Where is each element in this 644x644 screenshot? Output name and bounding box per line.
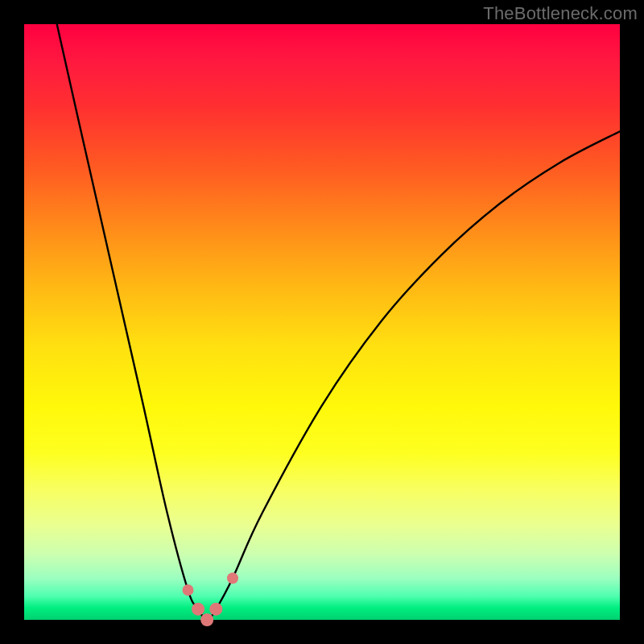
curve-marker [200, 613, 213, 626]
curve-marker [183, 584, 194, 596]
curve-marker [227, 572, 238, 584]
bottleneck-curve [57, 24, 620, 620]
page-frame: TheBottleneck.com [0, 0, 644, 644]
curve-marker [192, 603, 204, 616]
gradient-plot-area [24, 24, 620, 620]
bottleneck-curve-svg [24, 24, 620, 620]
watermark-text: TheBottleneck.com [483, 3, 638, 24]
curve-marker [209, 603, 222, 616]
